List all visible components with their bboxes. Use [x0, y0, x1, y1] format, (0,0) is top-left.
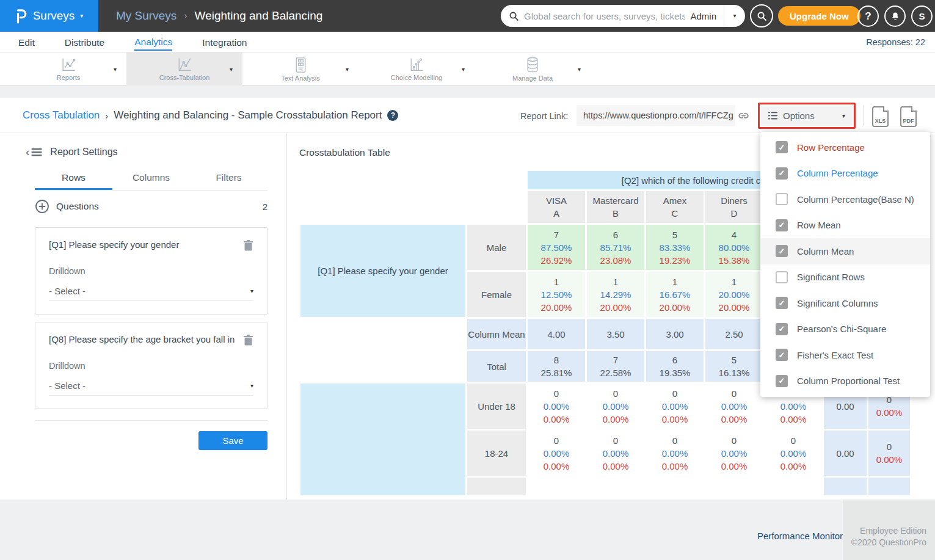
tab-choice-modelling[interactable]: Choice Modelling ▾ [358, 53, 475, 85]
checkbox[interactable]: ✓ [776, 193, 788, 205]
tab-label: Reports [57, 74, 81, 81]
delete-question-icon[interactable] [243, 239, 253, 252]
menu-item-label: Column Proportional Test [797, 376, 900, 386]
cross-tabulation-link[interactable]: Cross Tabulation [23, 109, 100, 122]
data-cell: 685.71%23.08% [587, 225, 644, 270]
checkbox[interactable]: ✓ [776, 245, 788, 257]
search-icon [509, 11, 519, 21]
nav-integration[interactable]: Integration [202, 34, 247, 50]
row-label: Under 18 [467, 384, 526, 429]
export-pdf-button[interactable]: PDF [900, 106, 917, 127]
menu-item-significant-rows[interactable]: ✓ Significant Rows [760, 264, 930, 291]
data-cell: 00.00%0.00% [646, 431, 704, 476]
report-url-field[interactable]: https://www.questionpro.com/t/lFFCZg [577, 105, 735, 126]
upgrade-now-button[interactable]: Upgrade Now [778, 6, 860, 26]
row-label: 18-24 [467, 431, 526, 476]
chevron-down-icon: ▾ [250, 288, 253, 294]
list-options-icon [768, 112, 777, 120]
mean-cell: 3.00 [646, 319, 704, 349]
report-help-icon[interactable]: ? [387, 110, 398, 121]
export-xls-button[interactable]: XLS [872, 106, 889, 127]
tab-manage-data[interactable]: Manage Data ▾ [475, 53, 591, 85]
questions-label: Questions [56, 201, 99, 212]
product-switcher[interactable]: Surveys ▾ [0, 0, 98, 32]
performance-monitor-link[interactable]: Performance Monitor [757, 531, 843, 541]
checkbox[interactable]: ✓ [776, 349, 788, 361]
tab-filters[interactable]: Filters [190, 170, 267, 190]
copy-link-icon[interactable] [737, 109, 751, 123]
total-cell: 825.81% [528, 351, 585, 382]
breadcrumb: My Surveys › Weighting and Balancing [116, 0, 322, 32]
save-button[interactable]: Save [198, 431, 267, 450]
avatar[interactable]: S [911, 5, 933, 27]
checkbox[interactable]: ✓ [776, 167, 788, 180]
menu-item-label: Significant Columns [797, 298, 878, 308]
report-settings-panel: ‹ Report Settings Rows Columns Filters Q… [0, 133, 287, 500]
breadcrumb-current: Weighting and Balancing [195, 9, 323, 23]
chevron-down-icon[interactable]: ▾ [346, 66, 349, 73]
chevron-down-icon[interactable]: ▾ [578, 66, 581, 73]
data-cell: 120.00%20.00% [705, 272, 763, 317]
search-submit-button[interactable] [750, 4, 773, 27]
search-scope-dropdown[interactable]: ▾ [724, 5, 745, 27]
menu-item-column-percentage-base-n[interactable]: ✓ Column Percentage(Base N) [760, 186, 930, 213]
menu-item-column-proportional-test[interactable]: ✓ Column Proportional Test [760, 368, 930, 395]
global-search-input[interactable] [519, 11, 690, 21]
global-search: Admin ▾ [501, 5, 745, 27]
tab-columns[interactable]: Columns [112, 170, 190, 190]
checkbox[interactable]: ✓ [776, 297, 788, 309]
responses-count: Responses: 22 [866, 37, 925, 47]
drilldown-select[interactable]: - Select - ▾ [49, 286, 253, 301]
tab-reports[interactable]: Reports ▾ [10, 53, 126, 85]
tab-text-analysis[interactable]: Text Analysis ▾ [242, 53, 358, 85]
search-scope-value[interactable]: Admin [690, 11, 724, 21]
drilldown-select[interactable]: - Select - ▾ [49, 380, 253, 396]
checkbox[interactable]: ✓ [776, 219, 788, 231]
menu-item-pearsons-chi-square[interactable]: ✓ Pearson's Chi-Square [760, 316, 930, 343]
data-cell: 00.00%0.00% [705, 384, 763, 429]
menu-item-column-percentage[interactable]: ✓ Column Percentage [760, 161, 930, 187]
checkbox[interactable]: ✓ [776, 323, 788, 335]
nav-distribute[interactable]: Distribute [65, 34, 104, 50]
chevron-down-icon[interactable]: ▾ [230, 66, 233, 73]
nav-edit[interactable]: Edit [18, 34, 35, 50]
data-cell: 00.00%0.00% [528, 431, 585, 476]
data-cell: 480.00%15.38% [705, 225, 763, 270]
tab-label: Manage Data [512, 75, 553, 82]
menu-item-column-mean[interactable]: ✓ Column Mean [760, 238, 930, 264]
questionpro-logo-icon [15, 8, 27, 24]
menu-item-significant-columns[interactable]: ✓ Significant Columns [760, 290, 930, 316]
notifications-button[interactable] [884, 5, 906, 27]
chevron-down-icon[interactable]: ▾ [462, 66, 465, 73]
data-cell: 00.00%0.00% [528, 384, 585, 429]
chevron-down-icon[interactable]: ▾ [114, 66, 117, 73]
nav-analytics[interactable]: Analytics [134, 34, 172, 51]
text-analysis-document-icon [293, 57, 308, 73]
tab-rows[interactable]: Rows [35, 170, 112, 190]
breadcrumb-separator: › [184, 10, 187, 21]
chevron-down-icon: ▾ [80, 13, 83, 19]
menu-item-fishers-exact-test[interactable]: ✓ Fisher's Exact Test [760, 342, 930, 368]
options-button[interactable]: Options ▾ [761, 106, 853, 126]
breadcrumb-my-surveys[interactable]: My Surveys [116, 9, 176, 23]
data-cell: 116.67%20.00% [646, 272, 704, 317]
menu-item-row-mean[interactable]: ✓ Row Mean [760, 213, 930, 239]
column-header-diners: DinersD [705, 191, 763, 223]
checkbox[interactable]: ✓ [776, 141, 788, 153]
reports-chart-icon [60, 57, 77, 73]
add-question-icon[interactable] [35, 199, 49, 214]
help-button[interactable]: ? [857, 5, 879, 27]
row-label: Column Mean [467, 319, 526, 349]
question-text: [Q8] Please specify the age bracket you … [49, 334, 237, 344]
tab-cross-tabulation[interactable]: Cross-Tabulation ▾ [126, 53, 242, 85]
checkbox[interactable]: ✓ [776, 375, 788, 387]
edition-label: Employee Edition [843, 525, 926, 537]
chevron-down-icon: ▾ [842, 113, 845, 119]
menu-item-label: Fisher's Exact Test [797, 350, 873, 360]
drilldown-label: Drilldown [49, 361, 253, 371]
checkbox[interactable]: ✓ [776, 271, 788, 283]
copyright-label: ©2020 QuestionPro [843, 537, 926, 548]
delete-question-icon[interactable] [243, 334, 253, 346]
collapse-panel-icon[interactable]: ‹ [26, 145, 42, 159]
menu-item-row-percentage[interactable]: ✓ Row Percentage [760, 134, 930, 161]
